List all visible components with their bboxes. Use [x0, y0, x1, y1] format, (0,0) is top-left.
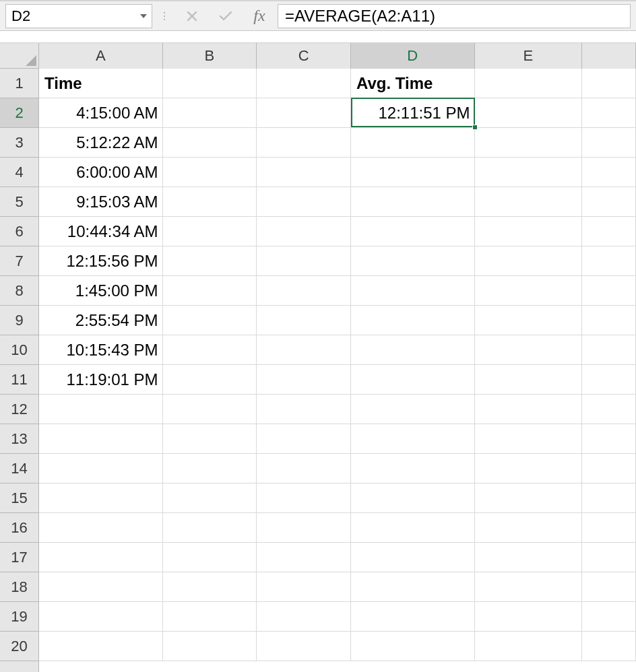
cell-F10[interactable]: [582, 335, 636, 365]
cell-C12[interactable]: [257, 395, 351, 424]
cell-D10[interactable]: [351, 335, 475, 365]
cell-C6[interactable]: [257, 217, 351, 246]
cell-E1[interactable]: [475, 69, 583, 98]
cell-E12[interactable]: [475, 395, 583, 424]
cell-F3[interactable]: [582, 128, 636, 158]
cell-B8[interactable]: [163, 276, 257, 306]
cell-D13[interactable]: [351, 424, 475, 454]
cell-B7[interactable]: [163, 246, 257, 276]
cell-E16[interactable]: [475, 513, 583, 543]
cell-F13[interactable]: [582, 424, 636, 454]
name-box-input[interactable]: [6, 5, 135, 28]
cell-E17[interactable]: [475, 543, 583, 572]
row-header-19[interactable]: 19: [0, 602, 38, 632]
cell-D11[interactable]: [351, 365, 475, 395]
cell-D19[interactable]: [351, 602, 475, 632]
cell-E11[interactable]: [475, 365, 583, 395]
row-header-3[interactable]: 3: [0, 128, 38, 158]
cell-A4[interactable]: 6:00:00 AM: [39, 158, 163, 187]
cell-F15[interactable]: [582, 483, 636, 513]
cell-B1[interactable]: [163, 69, 257, 98]
name-box-dropdown-icon[interactable]: [135, 13, 152, 19]
cell-D7[interactable]: [351, 246, 475, 276]
cell-D20[interactable]: [351, 632, 475, 661]
cell-A14[interactable]: [39, 454, 163, 483]
cell-A16[interactable]: [39, 513, 163, 543]
cell-F18[interactable]: [582, 572, 636, 602]
row-header-10[interactable]: 10: [0, 335, 38, 365]
column-header-E[interactable]: E: [475, 43, 583, 69]
cell-F17[interactable]: [582, 543, 636, 572]
cell-C17[interactable]: [257, 543, 351, 572]
cell-E18[interactable]: [475, 572, 583, 602]
cell-E14[interactable]: [475, 454, 583, 483]
cell-E8[interactable]: [475, 276, 583, 306]
cell-A20[interactable]: [39, 632, 163, 661]
cell-C5[interactable]: [257, 187, 351, 217]
cell-E9[interactable]: [475, 306, 583, 335]
cell-B13[interactable]: [163, 424, 257, 454]
column-header-C[interactable]: C: [257, 43, 351, 69]
row-header-11[interactable]: 11: [0, 365, 38, 395]
row-header-8[interactable]: 8: [0, 276, 38, 306]
cell-B10[interactable]: [163, 335, 257, 365]
cell-C3[interactable]: [257, 128, 351, 158]
cell-C2[interactable]: [257, 98, 351, 128]
cell-C4[interactable]: [257, 158, 351, 187]
cell-B5[interactable]: [163, 187, 257, 217]
row-header-12[interactable]: 12: [0, 395, 38, 424]
cell-F5[interactable]: [582, 187, 636, 217]
cell-D18[interactable]: [351, 572, 475, 602]
cell-C18[interactable]: [257, 572, 351, 602]
name-box-container[interactable]: [5, 4, 152, 28]
cell-F20[interactable]: [582, 632, 636, 661]
cell-E13[interactable]: [475, 424, 583, 454]
row-header-18[interactable]: 18: [0, 572, 38, 602]
cell-A19[interactable]: [39, 602, 163, 632]
cell-B9[interactable]: [163, 306, 257, 335]
row-header-1[interactable]: 1: [0, 69, 38, 98]
cell-E10[interactable]: [475, 335, 583, 365]
cell-B20[interactable]: [163, 632, 257, 661]
select-all-corner[interactable]: [0, 43, 39, 69]
cell-B3[interactable]: [163, 128, 257, 158]
cell-F12[interactable]: [582, 395, 636, 424]
cell-F14[interactable]: [582, 454, 636, 483]
cell-C19[interactable]: [257, 602, 351, 632]
cell-A1[interactable]: Time: [39, 69, 163, 98]
cell-C20[interactable]: [257, 632, 351, 661]
cell-A7[interactable]: 12:15:56 PM: [39, 246, 163, 276]
column-header-F[interactable]: [582, 43, 636, 69]
cell-D16[interactable]: [351, 513, 475, 543]
cell-A6[interactable]: 10:44:34 AM: [39, 217, 163, 246]
cell-F8[interactable]: [582, 276, 636, 306]
row-header-4[interactable]: 4: [0, 158, 38, 187]
row-header-14[interactable]: 14: [0, 454, 38, 483]
cell-E19[interactable]: [475, 602, 583, 632]
cell-A2[interactable]: 4:15:00 AM: [39, 98, 163, 128]
cell-A9[interactable]: 2:55:54 PM: [39, 306, 163, 335]
cell-B15[interactable]: [163, 483, 257, 513]
cell-B17[interactable]: [163, 543, 257, 572]
cell-B18[interactable]: [163, 572, 257, 602]
cell-B4[interactable]: [163, 158, 257, 187]
column-header-A[interactable]: A: [39, 43, 163, 69]
cell-B16[interactable]: [163, 513, 257, 543]
cell-C1[interactable]: [257, 69, 351, 98]
cell-C8[interactable]: [257, 276, 351, 306]
row-header-20[interactable]: 20: [0, 632, 38, 661]
cell-A12[interactable]: [39, 395, 163, 424]
cell-D5[interactable]: [351, 187, 475, 217]
cell-F9[interactable]: [582, 306, 636, 335]
cell-D4[interactable]: [351, 158, 475, 187]
cell-A15[interactable]: [39, 483, 163, 513]
cell-D1[interactable]: Avg. Time: [351, 69, 475, 98]
column-header-B[interactable]: B: [163, 43, 257, 69]
cell-D17[interactable]: [351, 543, 475, 572]
cell-E6[interactable]: [475, 217, 583, 246]
cell-F1[interactable]: [582, 69, 636, 98]
cell-A17[interactable]: [39, 543, 163, 572]
cell-C7[interactable]: [257, 246, 351, 276]
cell-B14[interactable]: [163, 454, 257, 483]
cell-D12[interactable]: [351, 395, 475, 424]
